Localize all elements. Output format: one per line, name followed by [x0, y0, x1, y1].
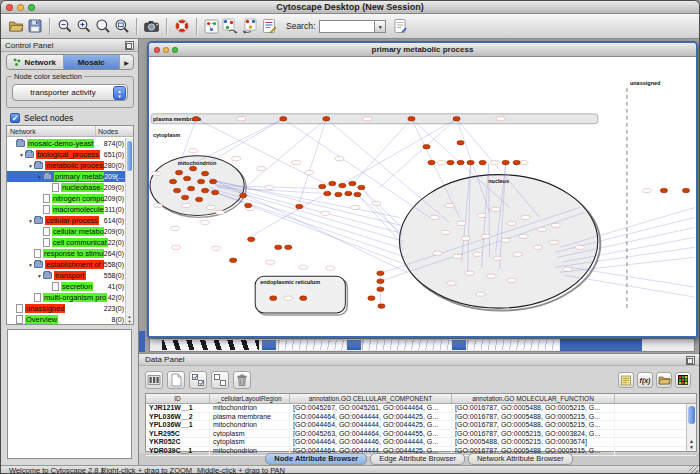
tree-row-label: unassigned	[25, 304, 65, 313]
table-column-header[interactable]: _cellularLayoutRegion	[210, 394, 290, 403]
network-label-node	[501, 238, 510, 242]
tree-row[interactable]: nitrogen compo209(0)	[7, 193, 125, 204]
table-column-header[interactable]: annotation.GO CELLULAR_COMPONENT	[290, 394, 452, 403]
background-window-fragment	[467, 340, 559, 350]
tree-row[interactable]: cell communicat22(0)	[7, 237, 125, 248]
float-panel-icon[interactable]	[125, 41, 134, 50]
resize-grip[interactable]	[689, 466, 698, 474]
zoom-fit-icon[interactable]	[112, 16, 131, 36]
save-session-icon[interactable]	[25, 16, 44, 36]
tree-expander-icon[interactable]: ▼	[36, 273, 43, 279]
tree-row[interactable]: ▼metabolic process280(0)	[7, 160, 125, 171]
zoom-out-icon[interactable]	[55, 16, 74, 36]
network-label-node	[481, 234, 490, 238]
tree-row[interactable]: ▼transport558(0)	[7, 270, 125, 281]
birds-eye-view[interactable]	[7, 329, 132, 459]
new-attribute-icon[interactable]	[167, 371, 185, 389]
tree-row[interactable]: ▼cellular process614(0)	[7, 215, 125, 226]
table-cell-cc: [GO:0044464, GO:0044444, GO:0044425, G..…	[290, 421, 452, 429]
network-window-titlebar[interactable]: primary metabolic process	[149, 43, 696, 57]
table-row[interactable]: YPL036W__1mitochondrion[GO:0044464, GO:0…	[146, 421, 696, 430]
search-dropdown-arrow-icon[interactable]: ▼	[375, 20, 386, 33]
apply-layout-alt-icon[interactable]	[240, 16, 259, 36]
tree-row[interactable]: ▼primary metabo209(...	[7, 171, 125, 182]
frame-close-button[interactable]	[154, 47, 160, 53]
label-mitochondrion: mitochondrion	[178, 160, 217, 166]
tab-overflow-arrow-icon[interactable]: ▶	[120, 55, 133, 69]
tree-scrollbar[interactable]: ▲▼	[125, 138, 133, 324]
open-session-icon[interactable]	[6, 16, 25, 36]
background-window-fragment	[560, 339, 642, 351]
table-scrollbar-thumb[interactable]	[688, 406, 695, 424]
snapshot-camera-icon[interactable]	[142, 16, 161, 36]
tree-row[interactable]: mosaic-demo-yeast874(0)	[7, 138, 125, 149]
tree-row[interactable]: ▼biological_process651(0)	[7, 149, 125, 160]
tree-row[interactable]: ▼establishment of lo558(0)	[7, 259, 125, 270]
tree-expander-icon[interactable]: ▼	[27, 262, 34, 268]
folder-icon	[43, 173, 52, 180]
status-welcome: Welcome to Cytoscape 2.8.1	[9, 466, 105, 474]
network-node	[296, 204, 303, 209]
tab-node-attribute-browser[interactable]: Node Attribute Browser	[265, 453, 367, 465]
network-graph[interactable]: plasma membranecytoplasmmitochondrionnuc…	[149, 58, 696, 336]
help-lifering-icon[interactable]	[172, 16, 191, 36]
node-color-selection-title: Node color selection	[12, 72, 84, 81]
apply-layout-icon[interactable]	[221, 16, 240, 36]
search-input[interactable]	[319, 20, 375, 33]
unselect-all-attributes-icon[interactable]	[211, 371, 229, 389]
tree-row-label: establishment of lo	[45, 260, 104, 269]
table-row[interactable]: YKR052Ccytoplasm[GO:0044464, GO:0044446,…	[146, 438, 696, 447]
tree-scrollbar-arrows[interactable]: ▲▼	[126, 314, 133, 324]
tree-row[interactable]: unassigned223(0)	[7, 303, 125, 314]
formula-fx-icon[interactable]: f(x)	[637, 372, 653, 388]
zoom-in-icon[interactable]	[74, 16, 93, 36]
tree-expander-icon[interactable]: ▼	[27, 163, 34, 169]
tab-network[interactable]: Network	[7, 55, 64, 69]
tree-row[interactable]: Overview8(0)	[7, 314, 125, 324]
heatmap-matrix-icon[interactable]	[675, 372, 691, 388]
table-row[interactable]: YPL036W__2plasma membrane[GO:0044464, GO…	[146, 413, 696, 422]
table-scrollbar[interactable]: ▲▼	[686, 404, 696, 451]
import-attributes-folder-icon[interactable]	[656, 372, 672, 388]
tree-row[interactable]: macromolecule311(0)	[7, 204, 125, 215]
tree-expander-icon[interactable]: ▼	[27, 218, 34, 224]
frame-zoom-button[interactable]	[172, 47, 178, 53]
tree-expander-icon[interactable]: ▼	[18, 152, 25, 158]
tree-row[interactable]: multi-organism pro42(0)	[7, 292, 125, 303]
table-row[interactable]: YLR295Ccytoplasm[GO:0045263, GO:0044464,…	[146, 430, 696, 439]
select-nodes-checkbox[interactable]: ✓	[10, 113, 20, 123]
network-node	[457, 140, 464, 145]
table-column-header[interactable]: ID	[146, 394, 210, 403]
vizmapper-icon[interactable]	[202, 16, 221, 36]
tree-row[interactable]: nucleobase-209(0)	[7, 182, 125, 193]
node-color-dropdown[interactable]: transporter activity ▲▼	[12, 84, 128, 101]
table-scrollbar-arrows[interactable]: ▲▼	[687, 438, 696, 450]
table-column-header[interactable]: annotation.GO MOLECULAR_FUNCTION	[452, 394, 615, 403]
network-canvas[interactable]: plasma membranecytoplasmmitochondrionnuc…	[149, 58, 696, 336]
tab-edge-attribute-browser[interactable]: Edge Attribute Browser	[370, 453, 465, 465]
tree-row-node-count: 558(0)	[104, 272, 125, 279]
select-attributes-icon[interactable]	[145, 371, 163, 389]
select-all-attributes-icon[interactable]	[189, 371, 207, 389]
tree-scrollbar-thumb[interactable]	[127, 141, 132, 171]
tab-network-attribute-browser[interactable]: Network Attribute Browser	[468, 453, 573, 465]
attribute-table-rows: YJR121W__1mitochondrion[GO:0045267, GO:0…	[146, 404, 696, 456]
tree-row[interactable]: response to stimulu264(0)	[7, 248, 125, 259]
tab-mosaic[interactable]: Mosaic	[64, 55, 121, 69]
table-row[interactable]: YJR121W__1mitochondrion[GO:0045267, GO:0…	[146, 404, 696, 413]
background-window-fragment	[452, 340, 466, 350]
network-label-node	[437, 161, 446, 165]
tree-expander-icon[interactable]: ▼	[36, 174, 43, 180]
notepad-icon[interactable]	[618, 372, 634, 388]
annotation-icon[interactable]	[259, 16, 278, 36]
tree-row[interactable]: secretion41(0)	[7, 281, 125, 292]
network-label-node	[507, 278, 516, 282]
network-edge	[283, 119, 429, 218]
search-advanced-icon[interactable]	[390, 16, 409, 36]
frame-minimize-button[interactable]	[163, 47, 169, 53]
float-panel-icon[interactable]	[686, 356, 695, 365]
tree-row[interactable]: cellular metabo209(0)	[7, 226, 125, 237]
delete-attribute-trash-icon[interactable]	[233, 371, 251, 389]
network-edge	[213, 184, 402, 234]
zoom-selected-icon[interactable]	[93, 16, 112, 36]
